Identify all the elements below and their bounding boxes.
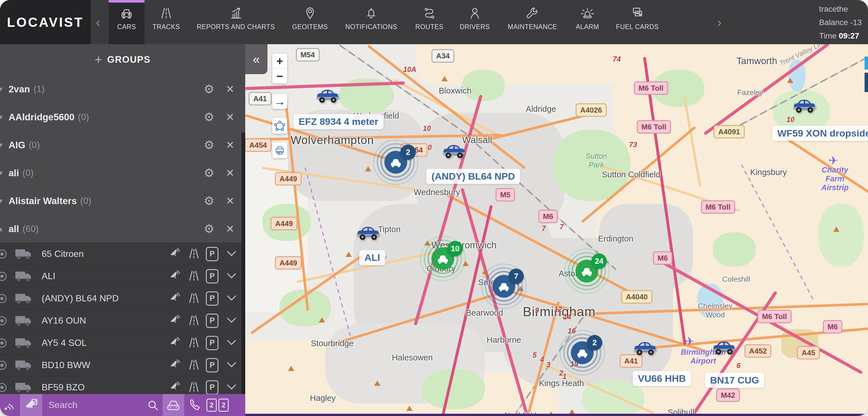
- cluster-marker[interactable]: 7: [492, 275, 515, 298]
- parking-icon[interactable]: P: [206, 336, 218, 350]
- road-icon[interactable]: [188, 292, 200, 306]
- signal-icon[interactable]: [0, 394, 20, 416]
- vehicle-row[interactable]: ALI P: [0, 265, 245, 287]
- satellite-icon[interactable]: [168, 381, 181, 394]
- road-icon[interactable]: [188, 314, 200, 328]
- eye-icon[interactable]: [0, 270, 8, 283]
- tab-reports-and-charts[interactable]: REPORTS AND CHARTS: [197, 0, 275, 44]
- cluster-marker[interactable]: 2: [384, 151, 407, 174]
- nav-scroll-right-icon[interactable]: ›: [717, 0, 721, 44]
- eye-icon[interactable]: [0, 315, 8, 328]
- road-icon[interactable]: [188, 247, 200, 261]
- satellite-icon[interactable]: [168, 336, 181, 350]
- vehicle-row[interactable]: AY16 OUN P: [0, 309, 245, 331]
- chevron-up-icon[interactable]: ▴: [0, 224, 8, 233]
- eye-icon[interactable]: [0, 382, 8, 395]
- eye-icon[interactable]: [0, 292, 8, 306]
- chevron-down-icon[interactable]: ▾: [0, 196, 8, 205]
- phone-icon[interactable]: [184, 394, 205, 416]
- parking-icon[interactable]: P: [206, 380, 218, 395]
- group-row-ali[interactable]: ▾ ali (0) ⚙ ✕: [0, 159, 245, 187]
- map-canvas[interactable]: Wolverhampton Wednesfield Bloxwich Walsa…: [245, 44, 868, 416]
- nav-scroll-left-icon[interactable]: ‹: [96, 0, 100, 44]
- satellite-icon[interactable]: [168, 314, 181, 328]
- group-row-2van[interactable]: ▾ 2van (1) ⚙ ✕: [0, 75, 245, 103]
- tab-notifications[interactable]: NOTIFICATIONS: [345, 0, 397, 44]
- close-icon[interactable]: ✕: [226, 195, 235, 207]
- sidebar-scrollbar[interactable]: [242, 44, 245, 394]
- tab-maintenance[interactable]: MAINTENANCE: [508, 0, 557, 44]
- gear-icon[interactable]: ⚙: [204, 82, 214, 96]
- eye-icon[interactable]: [0, 359, 8, 372]
- vehicle-label-chip[interactable]: ALI: [359, 250, 385, 265]
- group-row-aig[interactable]: ▾ AIG (0) ⚙ ✕: [0, 131, 245, 159]
- parking-icon[interactable]: P: [206, 358, 218, 372]
- edge-panel-dark[interactable]: [865, 73, 868, 92]
- parking-icon[interactable]: P: [206, 269, 218, 283]
- vehicle-label-chip[interactable]: WF59 XON dropside: [772, 126, 868, 141]
- satellite-check-icon[interactable]: [20, 394, 42, 416]
- eye-icon[interactable]: [0, 248, 8, 261]
- close-icon[interactable]: ✕: [226, 223, 235, 235]
- group-row-all[interactable]: ▴ all (60) ⚙ ✕: [0, 215, 245, 243]
- edge-panel-light[interactable]: [865, 57, 868, 70]
- road-icon[interactable]: [188, 269, 200, 283]
- tab-tracks[interactable]: TRACKS: [153, 0, 180, 44]
- vehicle-marker[interactable]: [356, 223, 380, 242]
- tab-alarm[interactable]: ALARM: [576, 0, 599, 44]
- satellite-icon[interactable]: [168, 292, 181, 306]
- scrollbar-thumb[interactable]: [242, 44, 245, 133]
- cluster-marker[interactable]: 24: [576, 260, 598, 283]
- chevron-down-icon[interactable]: [225, 336, 238, 350]
- close-icon[interactable]: ✕: [226, 111, 235, 123]
- gear-icon[interactable]: ⚙: [204, 110, 214, 124]
- gear-icon[interactable]: ⚙: [204, 138, 214, 152]
- tab-drivers[interactable]: DRIVERS: [460, 0, 490, 44]
- chevron-down-icon[interactable]: [225, 247, 238, 261]
- tab-fuel-cards[interactable]: FUEL CARDS: [616, 0, 659, 44]
- cluster-marker[interactable]: 2: [571, 341, 594, 364]
- group-row-alistair-walters[interactable]: ▾ Alistair Walters (0) ⚙ ✕: [0, 187, 245, 215]
- vehicle-label-chip[interactable]: VU66 HHB: [633, 371, 691, 386]
- gear-icon[interactable]: ⚙: [204, 222, 214, 236]
- satellite-icon[interactable]: [168, 358, 181, 372]
- search-icon[interactable]: [143, 394, 162, 416]
- tab-geoitems[interactable]: GEOITEMS: [292, 0, 328, 44]
- chevron-down-icon[interactable]: [225, 292, 238, 306]
- road-icon[interactable]: [188, 358, 200, 372]
- close-icon[interactable]: ✕: [226, 139, 235, 151]
- chevron-down-icon[interactable]: [225, 269, 238, 283]
- cluster-marker[interactable]: 10: [431, 247, 454, 270]
- vehicle-label-chip[interactable]: (ANDY) BL64 NPD: [426, 169, 520, 184]
- polygon-select-button[interactable]: [272, 118, 287, 134]
- chevron-down-icon[interactable]: ▾: [0, 85, 8, 94]
- zoom-out-button[interactable]: −: [272, 68, 287, 84]
- vehicle-marker[interactable]: [712, 338, 736, 356]
- eye-icon[interactable]: [0, 337, 8, 350]
- satellite-icon[interactable]: [168, 269, 181, 283]
- vehicle-row[interactable]: 65 Citroen P: [0, 243, 245, 265]
- group-row-aaldridge5600[interactable]: ▾ AAldridge5600 (0) ⚙ ✕: [0, 103, 245, 131]
- vehicle-marker[interactable]: [633, 339, 657, 357]
- chevron-down-icon[interactable]: [225, 314, 238, 328]
- vehicle-row[interactable]: BD10 BWW P: [0, 354, 245, 376]
- vehicle-row[interactable]: (ANDY) BL64 NPD P: [0, 287, 245, 309]
- chevron-down-icon[interactable]: ▾: [0, 140, 8, 150]
- parking-icon[interactable]: P: [206, 291, 218, 306]
- add-group-button[interactable]: + GROUPS: [0, 44, 245, 75]
- chevron-down-icon[interactable]: [225, 381, 238, 394]
- chevron-down-icon[interactable]: [225, 358, 238, 372]
- tab-routes[interactable]: ROUTES: [415, 0, 444, 44]
- search-input[interactable]: [48, 399, 143, 411]
- vehicle-label-chip[interactable]: EFZ 8934 4 meter: [293, 114, 383, 129]
- parking-icon[interactable]: P: [206, 314, 218, 328]
- parking-icon[interactable]: P: [206, 247, 218, 261]
- zoom-in-button[interactable]: +: [272, 54, 287, 68]
- chevron-down-icon[interactable]: ▾: [0, 113, 8, 122]
- gear-icon[interactable]: ⚙: [204, 194, 214, 208]
- car-filter-icon[interactable]: [162, 394, 184, 416]
- vehicle-marker[interactable]: [316, 86, 340, 104]
- satellite-icon[interactable]: [168, 247, 181, 261]
- print-button[interactable]: [272, 142, 287, 158]
- vehicle-marker[interactable]: [793, 96, 816, 114]
